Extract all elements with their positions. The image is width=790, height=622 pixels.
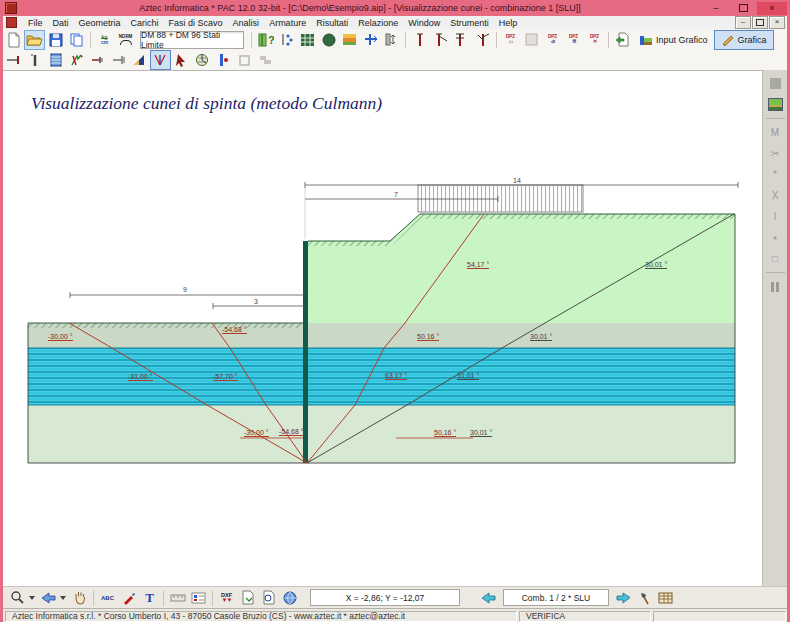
results-toolbar: [3, 50, 787, 71]
menu-help[interactable]: Help: [494, 18, 523, 28]
legend-tool-icon[interactable]: [188, 588, 209, 608]
pile-section-circle-icon[interactable]: [318, 30, 339, 50]
dpz-edit-icon[interactable]: DPZ√x: [542, 30, 563, 50]
displacement-icon[interactable]: [213, 50, 234, 70]
print-preview-icon[interactable]: [258, 588, 279, 608]
stratigraphy-icon[interactable]: [339, 30, 360, 50]
pile-view-icon[interactable]: [24, 50, 45, 70]
maximize-button[interactable]: [730, 2, 756, 15]
dpz-load-icon[interactable]: DPZ↓↓↓: [500, 30, 521, 50]
tieback-a-icon[interactable]: [87, 50, 108, 70]
text-tool-icon[interactable]: T: [139, 588, 160, 608]
svg-text:?: ?: [268, 34, 274, 46]
thrust-wedges-icon[interactable]: [150, 50, 171, 70]
minimize-button[interactable]: –: [703, 2, 729, 15]
text-cursor-icon[interactable]: I: [767, 208, 784, 225]
pan-hand-icon[interactable]: [69, 588, 90, 608]
pressure-diagram-icon[interactable]: [129, 50, 150, 70]
cut-icon[interactable]: X: [767, 187, 784, 204]
menu-file[interactable]: File: [23, 18, 48, 28]
angle-label: -30,00 °: [48, 333, 73, 341]
fill-icon[interactable]: ▪: [767, 229, 784, 246]
normative-icon[interactable]: NORM: [115, 30, 136, 50]
mdi-minimize-button[interactable]: –: [735, 16, 751, 29]
app-icon: [5, 2, 17, 14]
move-node-icon[interactable]: [360, 30, 381, 50]
menu-window[interactable]: Window: [403, 18, 445, 28]
save-icon[interactable]: [45, 30, 66, 50]
menu-carichi[interactable]: Carichi: [126, 18, 164, 28]
angle-label: 30,01 °: [530, 333, 552, 341]
open-file-icon[interactable]: [24, 30, 45, 50]
window-title: Aztec Informatica * PAC 12.0 32-bit - [C…: [17, 3, 703, 13]
export-page-icon[interactable]: [237, 588, 258, 608]
rail-separator: [766, 118, 785, 119]
forces-arrows-icon[interactable]: [66, 50, 87, 70]
close-button[interactable]: ×: [757, 2, 787, 15]
font-tool-icon[interactable]: ABC: [97, 588, 118, 608]
drawing-canvas[interactable]: Visualizzazione cunei di spinta (metodo …: [3, 70, 762, 587]
wall-panel-icon[interactable]: [45, 50, 66, 70]
soil-texture-icon[interactable]: [767, 96, 784, 113]
document-icon: [6, 17, 17, 28]
title-bar[interactable]: Aztec Informatica * PAC 12.0 32-bit - [C…: [0, 0, 790, 16]
menu-strumenti[interactable]: Strumenti: [445, 18, 494, 28]
profile-points-icon[interactable]: [276, 30, 297, 50]
dpz-delete-icon[interactable]: DPZ✕: [584, 30, 605, 50]
units-bottom-label: cm: [101, 38, 108, 45]
anchor-tool-icon[interactable]: [3, 50, 24, 70]
view-dropdown-icon[interactable]: [60, 596, 66, 600]
table-icon[interactable]: [655, 588, 676, 608]
circle-section-icon[interactable]: [192, 50, 213, 70]
grafica-button[interactable]: Grafica: [714, 30, 774, 50]
wall-dimensions-icon[interactable]: [381, 30, 402, 50]
prev-combination-icon[interactable]: [478, 588, 499, 608]
hammer-icon[interactable]: [634, 588, 655, 608]
mdi-close-button[interactable]: ×: [769, 16, 785, 29]
input-grafico-button[interactable]: Input Grafico: [633, 31, 714, 49]
wall-type-propped-icon[interactable]: [451, 30, 472, 50]
angle-label: 50,16 °: [434, 429, 456, 437]
tieback-b-icon[interactable]: [108, 50, 129, 70]
normative-select[interactable]: DM 88 + DM 96 Stati Limite: [140, 31, 244, 49]
print-disabled-icon[interactable]: [234, 50, 255, 70]
wall-type-cantilever-icon[interactable]: [409, 30, 430, 50]
gear-icon[interactable]: *: [767, 166, 784, 183]
scissors-icon[interactable]: ✂: [767, 145, 784, 162]
dxf-export-icon[interactable]: DXF▼▼: [216, 588, 237, 608]
zoom-dropdown-icon[interactable]: [29, 596, 35, 600]
menu-geometria[interactable]: Geometria: [74, 18, 126, 28]
wall-type-tieback-icon[interactable]: [472, 30, 493, 50]
web-icon[interactable]: [279, 588, 300, 608]
grid-icon[interactable]: [297, 30, 318, 50]
units-icon[interactable]: kgcm: [94, 30, 115, 50]
pointer-tool-icon[interactable]: [171, 50, 192, 70]
zoom-tool-icon[interactable]: [7, 588, 28, 608]
mdi-restore-button[interactable]: [752, 16, 768, 29]
pages-disabled-icon[interactable]: [255, 50, 276, 70]
load-disabled-icon[interactable]: [521, 30, 542, 50]
pause-icon[interactable]: [767, 278, 784, 295]
menu-analisi[interactable]: Analisi: [228, 18, 265, 28]
view-back-icon[interactable]: [38, 588, 59, 608]
menu-armature[interactable]: Armature: [264, 18, 311, 28]
next-combination-icon[interactable]: [613, 588, 634, 608]
new-file-icon[interactable]: [3, 30, 24, 50]
measure-tool-icon[interactable]: [167, 588, 188, 608]
pen-tool-icon[interactable]: [118, 588, 139, 608]
app-window: Aztec Informatica * PAC 12.0 32-bit - [C…: [0, 0, 790, 622]
grafica-label: Grafica: [738, 35, 767, 45]
menu-dati[interactable]: Dati: [48, 18, 74, 28]
copy-icon[interactable]: [66, 30, 87, 50]
menu-fasi-di-scavo[interactable]: Fasi di Scavo: [164, 18, 228, 28]
menu-relazione[interactable]: Relazione: [353, 18, 403, 28]
dpz-table-icon[interactable]: DPZ≣: [563, 30, 584, 50]
export-image-icon[interactable]: □: [767, 250, 784, 267]
wall-type-anchored-icon[interactable]: [430, 30, 451, 50]
wall-data-icon[interactable]: ?: [255, 30, 276, 50]
export-report-icon[interactable]: [612, 30, 633, 50]
select-region-icon[interactable]: [767, 75, 784, 92]
movie-icon[interactable]: M: [767, 124, 784, 141]
culmann-diagram: 14 7 9 3 -30,00 °-54,68 °-31,00 °-57,70 …: [8, 71, 748, 501]
menu-risultati[interactable]: Risultati: [311, 18, 353, 28]
